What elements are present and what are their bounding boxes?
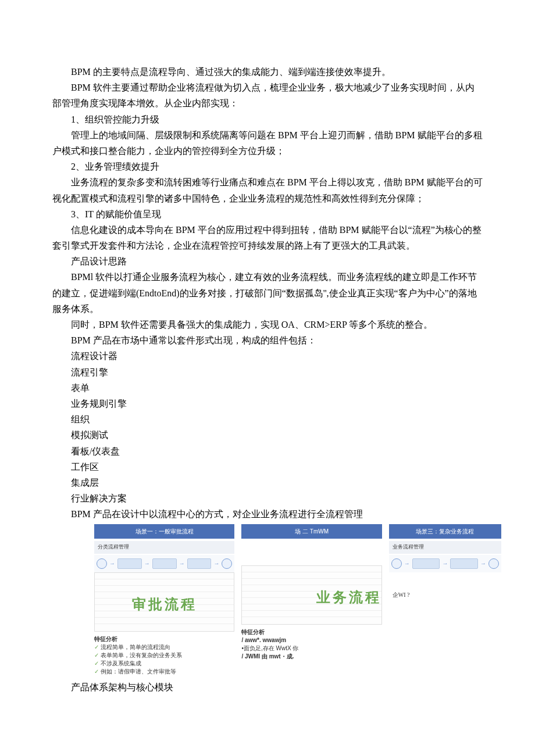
paragraph: BPM 软件主要通过帮助企业将流程做为切入点，梳理企业业务，极大地减少了业务实现… [52,80,483,111]
scenario-subbar: 分类流程管理 [94,541,234,553]
document-page: BPM 的主要特点是流程导向、通过强大的集成能力、端到端连接使效率提升。 BPM… [0,0,535,730]
analysis-item: •面负足,存在 WwtX 你 [241,644,381,653]
scenario-title: 场景三：复杂业务流程 [389,524,501,539]
analysis-block: 特征分析 流程简单，简单的流程流向 表单简单，没有复杂的业务关系 不涉及系统集成… [94,635,234,676]
flow-diagram: → → → [389,555,501,572]
scenario-title: 场景一：一般审批流程 [94,524,234,539]
arrow-icon: → [144,558,150,568]
paragraph: BPM 产品在市场中通常以套件形式出现，构成的组件包括： [52,332,483,348]
list-item: 1、组织管控能力升级 [52,112,483,127]
flow-step [187,558,212,569]
flow-end-icon [488,558,499,569]
paragraph: 业务流程的复杂多变和流转困难等行业痛点和难点在 BPM 平台上得以攻克，借助 B… [52,174,483,206]
section-heading: 产品设计思路 [52,253,483,269]
component-item: 看板/仪表盘 [52,443,483,459]
list-item: 2、业务管理绩效提升 [52,159,483,174]
analysis-item: 流程简单，简单的流程流向 [94,643,234,651]
scenario-card-1: 场景一：一般审批流程 分类流程管理 → → → → 审批流程 [94,524,234,675]
scenario-big-label: 业务流程 [242,586,381,610]
component-item: 工作区 [52,459,483,475]
flow-start-icon [391,558,402,569]
paragraph: 同时，BPM 软件还需要具备强大的集成能力，实现 OA、CRM>ERP 等多个系… [52,317,483,332]
scenario-card-2: 场 二 TmWM 业务流程 特征分析 / aww*. wwawjm •面负足,存… [241,524,381,675]
analysis-item: / aww*. wwawjm [241,636,381,644]
component-item: 流程设计器 [52,348,483,364]
flow-start-icon [97,558,107,569]
scenario-body: 审批流程 [94,572,234,632]
scenario-card-3: 场景三：复杂业务流程 业务流程管理 → → → 企WI ? [389,524,501,675]
component-item: 业务规则引擎 [52,396,483,411]
scenario-body: 业务流程 [241,565,381,625]
arrow-icon: → [109,558,115,568]
paragraph: BPM 的主要特点是流程导向、通过强大的集成能力、端到端连接使效率提升。 [52,64,483,80]
paragraph: BPMl 软件以打通企业服务流程为核心，建立有效的业务流程线。而业务流程线的建立… [52,269,483,317]
scenario-big-label: 审批流程 [95,593,234,617]
section-heading: 产品体系架构与核心模块 [52,679,483,695]
arrow-icon: → [442,558,448,568]
list-item: 3、IT 的赋能价值呈现 [52,206,483,222]
arrow-icon: → [179,558,185,568]
paragraph: 管理上的地域间隔、层级限制和系统隔离等问题在 BPM 平台上迎刃而解，借助 BP… [52,127,483,159]
component-item: 流程引擎 [52,364,483,380]
flow-end-icon [222,558,232,569]
paragraph: 信息化建设的成本导向在 BPM 平台的应用过程中得到扭转，借助 BPM 赋能平台… [52,222,483,253]
component-item: 行业解决方案 [52,490,483,506]
figure-scenarios: 场景一：一般审批流程 分类流程管理 → → → → 审批流程 [94,524,501,675]
flow-step [412,558,440,569]
analysis-block: 特征分析 / aww*. wwawjm •面负足,存在 WwtX 你 / JWM… [241,628,381,661]
flow-diagram: → → → → [94,555,234,572]
flow-step [450,558,478,569]
component-item: 表单 [52,380,483,396]
paragraph: BPM 产品在设计中以流程中心的方式，对企业业务流程进行全流程管理 [52,506,483,522]
arrow-icon: → [480,558,486,568]
component-item: 集成层 [52,475,483,490]
analysis-title: 特征分析 [94,635,234,643]
arrow-icon: → [213,558,219,568]
analysis-title: 特征分析 [241,628,381,636]
component-item: 组织 [52,411,483,427]
analysis-item: 例如：请假申请、文件审批等 [94,668,234,676]
arrow-icon: → [404,558,410,568]
scenario-body: 企WI ? [389,572,501,600]
analysis-item: 不涉及系统集成 [94,660,234,668]
scenario-title: 场 二 TmWM [241,524,381,539]
scenario-body-text: 企WI ? [393,592,410,598]
analysis-item: / JWMI 由 mwt・成. [241,653,381,661]
component-item: 模拟测试 [52,427,483,443]
scenario-subbar: 业务流程管理 [389,541,501,553]
analysis-item: 表单简单，没有复杂的业务关系 [94,651,234,660]
flow-step [152,558,177,569]
flow-step [117,558,142,569]
